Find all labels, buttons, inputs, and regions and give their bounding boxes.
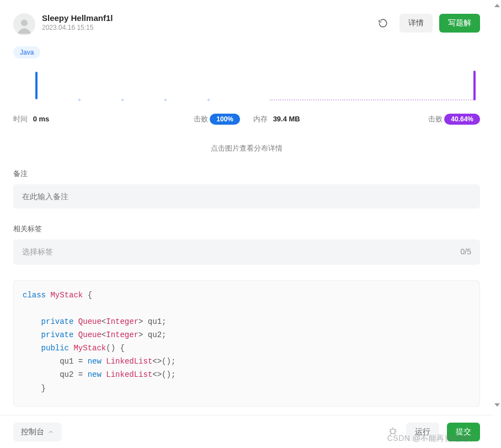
code-ctor: MyStack xyxy=(73,344,106,353)
code-kw: private xyxy=(41,317,74,326)
distribution-hint[interactable]: 点击图片查看分布详情 xyxy=(13,143,480,153)
refresh-button[interactable] xyxy=(373,13,393,33)
user-block: Sleepy Hellmanf1l 2023.04.16 15:15 xyxy=(42,13,373,31)
timestamp: 2023.04.16 15:15 xyxy=(42,24,373,31)
runtime-beats-badge: 100% xyxy=(210,114,240,125)
code-brace: { xyxy=(83,291,92,300)
runtime-label: 时间 xyxy=(13,115,28,123)
console-toggle[interactable]: 控制台 xyxy=(13,423,62,441)
submission-header: Sleepy Hellmanf1l 2023.04.16 15:15 详情 写题… xyxy=(13,13,480,35)
username[interactable]: Sleepy Hellmanf1l xyxy=(42,13,373,23)
header-actions: 详情 写题解 xyxy=(373,13,480,33)
memory-chart[interactable] xyxy=(253,71,480,102)
memory-label: 内存 xyxy=(253,115,268,123)
notes-input[interactable] xyxy=(13,184,480,209)
code-block[interactable]: class MyStack { private Queue<Integer> q… xyxy=(13,280,480,407)
runtime-labels: 时间 0 ms 击败 100% xyxy=(13,114,240,125)
language-tag[interactable]: Java xyxy=(13,46,40,58)
memory-labels: 内存 39.4 MB 击败 40.64% xyxy=(253,114,480,125)
stats-row: 时间 0 ms 击败 100% 内存 39.4 MB 击败 xyxy=(13,71,480,125)
submit-button[interactable]: 提交 xyxy=(447,423,480,441)
tags-section-label: 相关标签 xyxy=(13,224,480,234)
memory-panel[interactable]: 内存 39.4 MB 击败 40.64% xyxy=(253,71,480,125)
runtime-beats-label: 击败 xyxy=(194,115,208,123)
footer-bar: 控制台 运行 提交 xyxy=(0,415,493,448)
footer-actions: 运行 提交 xyxy=(387,423,480,441)
tag-select[interactable]: 选择标签 0/5 xyxy=(13,239,480,265)
refresh-icon xyxy=(378,18,388,28)
scroll-up-icon[interactable] xyxy=(494,2,500,8)
tag-placeholder: 选择标签 xyxy=(22,247,53,257)
console-label: 控制台 xyxy=(21,427,44,437)
memory-track-icon xyxy=(270,99,473,100)
runtime-chart[interactable] xyxy=(13,71,240,102)
user-icon xyxy=(15,17,34,35)
scroll-down-icon[interactable] xyxy=(494,403,500,408)
runtime-dots xyxy=(13,99,240,101)
detail-button[interactable]: 详情 xyxy=(399,14,433,33)
svg-point-0 xyxy=(21,19,28,26)
tag-count: 0/5 xyxy=(461,247,471,257)
chevron-up-icon xyxy=(47,429,54,435)
write-solution-button[interactable]: 写题解 xyxy=(439,14,480,33)
vertical-scrollbar[interactable] xyxy=(493,0,501,448)
debug-icon[interactable] xyxy=(387,425,398,438)
avatar[interactable] xyxy=(13,13,35,35)
code-type: Queue xyxy=(78,317,102,326)
memory-beats-label: 击败 xyxy=(428,115,443,123)
memory-bar-icon xyxy=(473,71,476,100)
code-kw: private xyxy=(41,330,74,339)
runtime-value: 0 ms xyxy=(33,115,50,123)
runtime-bar-icon xyxy=(35,72,38,99)
memory-beats-badge: 40.64% xyxy=(444,114,480,125)
code-classname: MyStack xyxy=(50,291,83,300)
runtime-panel[interactable]: 时间 0 ms 击败 100% xyxy=(13,71,240,125)
code-kw: class xyxy=(23,291,46,300)
notes-section-label: 备注 xyxy=(13,169,480,179)
run-button[interactable]: 运行 xyxy=(406,423,439,441)
content-area: Sleepy Hellmanf1l 2023.04.16 15:15 详情 写题… xyxy=(0,0,493,415)
code-kw: public xyxy=(41,344,69,353)
memory-value: 39.4 MB xyxy=(273,115,300,123)
